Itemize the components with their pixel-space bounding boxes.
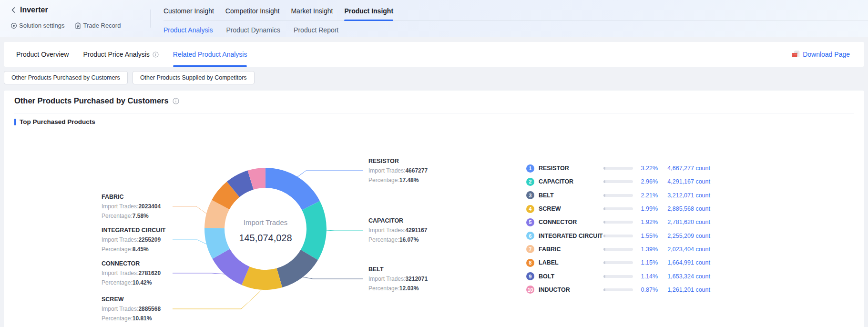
trade-count: 2,781,620 count xyxy=(661,219,710,225)
share-bar xyxy=(603,288,633,291)
accent-bar xyxy=(14,119,16,125)
share-bar-fill xyxy=(603,221,605,224)
share-percent: 3.22% xyxy=(633,165,658,172)
trade-count: 3,212,071 count xyxy=(661,192,710,199)
callout-line-fabric xyxy=(173,206,206,214)
donut-slice-capacitor[interactable] xyxy=(301,201,327,260)
tab-label: Product Insight xyxy=(344,7,393,15)
share-bar xyxy=(603,275,633,278)
product-name: RESISTOR xyxy=(539,165,603,172)
product-name: LABEL xyxy=(539,259,603,266)
trade-count: 4,291,167 count xyxy=(661,178,710,185)
share-percent: 1.55% xyxy=(633,233,658,239)
chart-area: Import Trades 145,074,028 RESISTORImport… xyxy=(4,129,864,327)
callout-line-integrated-circuit xyxy=(173,240,206,244)
trade-record-button[interactable]: Trade Record xyxy=(75,22,121,29)
product-name: CONNECTOR xyxy=(539,219,603,225)
tab-product-price-analysis[interactable]: Product Price Analysis xyxy=(83,42,158,67)
chart-subheader: Top Purchased Products xyxy=(14,118,95,125)
info-icon[interactable] xyxy=(153,51,159,58)
tab-competitor-insight[interactable]: Competitor Insight xyxy=(225,2,280,20)
download-page-label: Download Page xyxy=(803,51,850,58)
trade-count: 2,023,404 count xyxy=(661,246,710,253)
tab-label: Competitor Insight xyxy=(225,7,280,15)
trade-count: 4,667,277 count xyxy=(661,165,710,172)
trade-count: 1,653,324 count xyxy=(661,273,710,280)
subtab-product-analysis[interactable]: Product Analysis xyxy=(163,26,213,34)
rank-badge: 5 xyxy=(526,218,534,226)
product-name: INDUCTOR xyxy=(539,286,603,293)
product-subtabs: Product Analysis Product Dynamics Produc… xyxy=(163,25,868,35)
header-divider xyxy=(150,10,151,28)
rank-badge: 8 xyxy=(526,259,534,267)
donut-slice-resistor[interactable] xyxy=(266,168,320,210)
product-rank-row-10[interactable]: 10INDUCTOR0.87%1,261,201 count xyxy=(526,283,710,296)
product-name: INTEGRATED CIRCUIT xyxy=(539,233,603,239)
donut-chart[interactable] xyxy=(4,129,483,327)
share-bar-fill xyxy=(603,261,605,264)
share-percent: 1.92% xyxy=(633,219,658,225)
share-bar xyxy=(603,207,633,210)
trade-record-label: Trade Record xyxy=(83,22,121,29)
info-icon[interactable] xyxy=(173,98,179,104)
page-title: Inverter xyxy=(20,6,48,14)
product-name: SCREW xyxy=(539,205,603,212)
share-percent: 2.96% xyxy=(633,178,658,185)
product-rank-row-6[interactable]: 6INTEGRATED CIRCUIT1.55%2,255,209 count xyxy=(526,229,710,242)
product-name: FABRIC xyxy=(539,246,603,253)
product-rank-row-1[interactable]: 1RESISTOR3.22%4,667,277 count xyxy=(526,162,710,175)
share-percent: 1.39% xyxy=(633,246,658,253)
product-rank-row-7[interactable]: 7FABRIC1.39%2,023,404 count xyxy=(526,243,710,256)
share-bar-fill xyxy=(603,275,605,278)
top-header: Inverter Solution settings Trade Record … xyxy=(0,0,868,37)
filter-purchased-by-customers-button[interactable]: Other Products Purchased by Customers xyxy=(4,71,128,84)
subtab-product-report[interactable]: Product Report xyxy=(294,26,338,34)
back-control[interactable]: Inverter xyxy=(10,6,48,14)
subtab-product-dynamics[interactable]: Product Dynamics xyxy=(226,26,281,34)
section-header: Other Products Purchased by Customers xyxy=(14,96,179,105)
product-rank-row-8[interactable]: 8LABEL1.15%1,664,991 count xyxy=(526,256,710,269)
callout-line-screw xyxy=(173,290,262,309)
rank-badge: 3 xyxy=(526,191,534,199)
share-percent: 1.15% xyxy=(633,259,658,266)
tab-market-insight[interactable]: Market Insight xyxy=(291,2,333,20)
product-rank-row-4[interactable]: 4SCREW1.99%2,885,568 count xyxy=(526,202,710,215)
share-bar-fill xyxy=(603,288,605,291)
download-page-button[interactable]: Download Page xyxy=(791,42,850,67)
rank-badge: 9 xyxy=(526,272,534,280)
solution-settings-button[interactable]: Solution settings xyxy=(10,22,64,29)
tab-related-product-analysis[interactable]: Related Product Analysis xyxy=(173,42,247,67)
tab-customer-insight[interactable]: Customer Insight xyxy=(163,2,214,20)
share-bar-fill xyxy=(603,194,605,197)
share-bar xyxy=(603,261,633,264)
trade-count: 2,255,209 count xyxy=(661,233,710,239)
product-rank-row-2[interactable]: 2CAPACITOR2.96%4,291,167 count xyxy=(526,175,710,188)
main-card: Other Products Purchased by Customers To… xyxy=(4,91,864,327)
filter-supplied-by-competitors-button[interactable]: Other Products Supplied by Competitors xyxy=(133,71,255,84)
rank-badge: 6 xyxy=(526,232,534,240)
trade-count: 1,664,991 count xyxy=(661,259,710,266)
rank-badge: 4 xyxy=(526,205,534,213)
tab-label: Product Overview xyxy=(16,51,69,58)
share-percent: 1.14% xyxy=(633,273,658,280)
back-chevron-icon[interactable] xyxy=(10,7,16,13)
share-percent: 2.21% xyxy=(633,192,658,199)
section-title: Other Products Purchased by Customers xyxy=(14,96,169,105)
tab-product-insight[interactable]: Product Insight xyxy=(344,2,393,20)
tab-product-overview[interactable]: Product Overview xyxy=(16,42,69,67)
product-rank-row-9[interactable]: 9BOLT1.14%1,653,324 count xyxy=(526,269,710,283)
rank-badge: 2 xyxy=(526,178,534,186)
header-actions: Solution settings Trade Record xyxy=(10,22,121,29)
product-rank-row-5[interactable]: 5CONNECTOR1.92%2,781,620 count xyxy=(526,215,710,229)
trade-record-icon xyxy=(75,22,81,29)
share-bar-fill xyxy=(603,180,605,183)
rank-badge: 7 xyxy=(526,245,534,253)
share-percent: 1.99% xyxy=(633,205,658,212)
trade-count: 1,261,201 count xyxy=(661,286,710,293)
product-name: CAPACITOR xyxy=(539,178,603,185)
callout-line-capacitor xyxy=(327,230,363,231)
product-rank-row-3[interactable]: 3BELT2.21%3,212,071 count xyxy=(526,189,710,202)
analysis-nav-tabs: Product Overview Product Price Analysis … xyxy=(16,42,247,67)
tab-label: Product Price Analysis xyxy=(83,51,149,58)
tab-label: Customer Insight xyxy=(163,7,214,15)
